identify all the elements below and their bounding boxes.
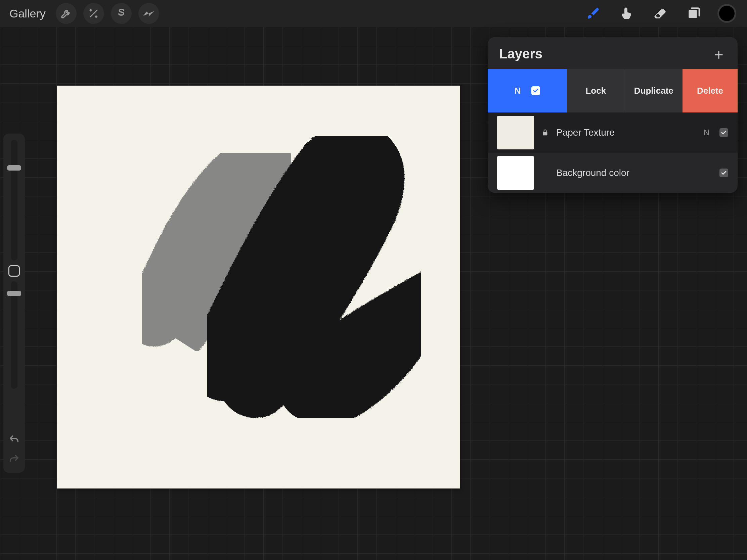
swipe-lock-button[interactable]: Lock [567, 69, 625, 112]
blend-mode-letter: N [515, 86, 521, 96]
canvas-artwork [57, 86, 460, 488]
lock-icon [541, 129, 549, 136]
swipe-delete-button[interactable]: Delete [682, 69, 738, 112]
eraser-tool-icon[interactable] [650, 3, 670, 24]
redo-button[interactable] [7, 452, 22, 466]
modify-tool-button[interactable] [8, 265, 20, 277]
canvas[interactable] [57, 86, 460, 488]
layers-tool-icon[interactable] [684, 3, 704, 24]
brush-size-slider[interactable] [11, 140, 18, 261]
brush-opacity-slider[interactable] [11, 281, 18, 389]
blend-mode-cell[interactable]: N [488, 69, 567, 112]
svg-rect-0 [689, 10, 697, 19]
adjustments-wand-icon[interactable] [83, 3, 104, 24]
brush-opacity-thumb[interactable] [7, 291, 21, 296]
gallery-button[interactable]: Gallery [9, 7, 46, 20]
toolbar-right-tools [583, 3, 736, 24]
layer-name-label: Background color [556, 167, 712, 178]
layer-blend-letter: N [704, 128, 710, 137]
swipe-duplicate-button[interactable]: Duplicate [625, 69, 683, 112]
transform-arrow-icon[interactable] [138, 3, 159, 24]
actions-wrench-icon[interactable] [56, 3, 77, 24]
brush-tool-icon[interactable] [583, 3, 603, 24]
layer-swipe-actions: N Lock Duplicate Delete [488, 69, 738, 112]
layers-panel-title: Layers [499, 46, 542, 61]
layer-visibility-checkbox[interactable] [719, 168, 728, 177]
smudge-tool-icon[interactable] [617, 3, 637, 24]
top-toolbar: Gallery [0, 0, 747, 27]
layers-panel: Layers ＋ N Lock Duplicate Delete Paper T… [488, 37, 738, 193]
layer-thumbnail [497, 116, 534, 150]
layer-row-background[interactable]: Background color [488, 153, 738, 193]
layer-name-label: Paper Texture [556, 127, 696, 138]
left-sidebar [3, 134, 25, 473]
add-layer-button[interactable]: ＋ [712, 47, 726, 61]
layer-visibility-checkbox[interactable] [719, 128, 728, 137]
undo-button[interactable] [7, 432, 22, 447]
selection-s-icon[interactable] [111, 3, 132, 24]
layer-visible-checkbox[interactable] [531, 86, 540, 95]
brush-size-thumb[interactable] [7, 165, 21, 170]
layer-thumbnail [497, 156, 534, 190]
color-picker-swatch[interactable] [717, 4, 736, 23]
layer-row-paper-texture[interactable]: Paper Texture N [488, 112, 738, 153]
